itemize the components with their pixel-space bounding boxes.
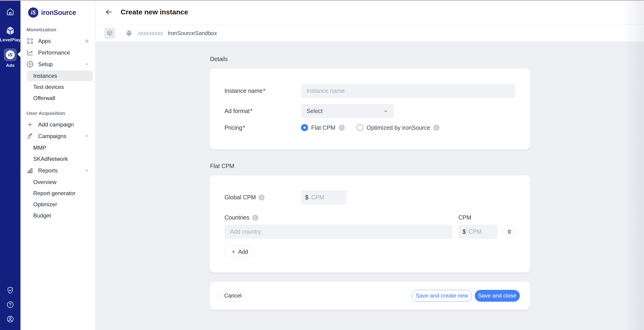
ironsource-wordmark: ironSource (41, 9, 76, 16)
sidebar-item-add-campaign[interactable]: Add campaign (20, 119, 95, 130)
chevron-down-icon (84, 61, 90, 67)
sidebar-item-label: Setup (38, 61, 53, 68)
sidebar-item-reports[interactable]: Reports (20, 165, 95, 176)
country-cpm-field[interactable] (468, 228, 493, 235)
rail-item-levelplay[interactable]: LevelPlay (0, 26, 21, 42)
global-cpm-field[interactable] (311, 194, 342, 201)
sidebar-item-budget[interactable]: Budget (27, 210, 93, 221)
sidebar-item-performance[interactable]: Performance (20, 47, 95, 58)
dollar-prefix: $ (463, 228, 466, 235)
sidebar-item-label: Apps (38, 38, 51, 44)
countries-header-row: Countries i CPM (224, 214, 515, 221)
save-and-create-new-button[interactable]: Save and create new (412, 290, 472, 302)
instance-name-input[interactable] (301, 84, 515, 98)
rail-levelplay-label: LevelPlay (0, 37, 21, 42)
sidebar-item-instances[interactable]: Instances (27, 71, 93, 81)
rail-item-ads[interactable]: iS Ads (4, 48, 16, 68)
pricing-option-optimized[interactable]: Optimized by ironSource i (356, 124, 440, 131)
sidebar-item-campaigns[interactable]: Campaigns (20, 130, 95, 142)
sidebar-item-label: Campaigns (38, 133, 66, 140)
rocket-icon (26, 133, 34, 140)
details-heading: Details (210, 56, 530, 62)
ad-format-select[interactable]: Select (301, 104, 394, 118)
radio-unselected-icon[interactable] (356, 124, 364, 131)
sidebar-item-mmp[interactable]: MMP (27, 143, 93, 153)
rail-bottom-icons (6, 286, 14, 323)
page-title: Create new instance (121, 8, 188, 16)
rail-item-account[interactable] (6, 315, 14, 323)
ads-active-tile: iS (4, 48, 16, 61)
dollar-prefix: $ (305, 194, 308, 201)
info-icon[interactable]: i (252, 215, 258, 221)
chevron-down-icon (84, 133, 90, 139)
save-and-close-button[interactable]: Save and close (475, 290, 520, 302)
sidebar-item-report-generator[interactable]: Report generator (27, 188, 93, 199)
bar-chart-icon (26, 167, 34, 174)
info-icon[interactable]: i (433, 125, 440, 131)
global-cpm-row: Global CPM i $ (224, 190, 515, 204)
pricing-row: Pricing* Flat CPM i Optimized by ironSou… (224, 124, 515, 131)
pricing-label: Pricing* (224, 124, 301, 131)
gear-icon (26, 61, 34, 68)
home-icon (6, 8, 14, 16)
flat-cpm-heading: Flat CPM (210, 163, 530, 169)
trash-icon (506, 229, 512, 235)
back-button[interactable] (105, 8, 113, 16)
pricing-option-label: Flat CPM (311, 124, 336, 131)
sidebar-item-overview[interactable]: Overview (27, 177, 93, 187)
main-area: Create new instance xxxxxxxxx IronSource… (96, 0, 644, 330)
ironsource-ads-icon: iS (6, 50, 15, 59)
sidebar-item-setup[interactable]: Setup (20, 58, 95, 70)
required-mark: * (243, 124, 245, 131)
form-content: Details Instance name* Ad format* Select (96, 42, 644, 330)
app-context-bar: xxxxxxxxx IronSourceSandbox (96, 24, 644, 42)
apps-icon (26, 38, 34, 44)
sidebar-item-optimizer[interactable]: Optimizer (27, 199, 93, 210)
add-country-input[interactable] (224, 225, 452, 239)
active-rail-notch (18, 51, 20, 57)
instance-name-row: Instance name* (224, 84, 515, 98)
info-icon[interactable]: i (339, 125, 345, 131)
rail-item-privacy[interactable] (6, 286, 14, 294)
sidebar-item-test-devices[interactable]: Test devices (27, 82, 93, 92)
ad-format-row: Ad format* Select (224, 104, 515, 118)
rail-ads-label: Ads (6, 63, 15, 68)
info-icon[interactable]: i (258, 194, 264, 200)
app-name: IronSourceSandbox (168, 30, 217, 36)
radio-selected-icon[interactable] (301, 124, 308, 131)
create-instance-page: LevelPlay iS Ads iS ironSource Mo (0, 0, 644, 330)
pricing-option-flat-cpm[interactable]: Flat CPM i (301, 124, 345, 131)
sidebar-item-offerwall[interactable]: Offerwall (27, 93, 93, 104)
shield-check-icon (6, 286, 14, 294)
android-icon (125, 29, 133, 37)
global-cpm-label: Global CPM (224, 194, 256, 201)
plus-icon (26, 121, 34, 128)
global-cpm-input[interactable]: $ (301, 190, 346, 204)
cube-icon (106, 30, 113, 37)
sidebar-item-skadnetwork[interactable]: SKAdNetwork (27, 154, 93, 164)
arrow-left-icon (105, 8, 113, 16)
app-thumbnail (104, 28, 115, 39)
required-mark: * (263, 87, 266, 94)
rail-item-help[interactable] (6, 301, 14, 309)
window-edge-strip (0, 0, 644, 1)
country-cpm-input[interactable]: $ (458, 225, 498, 239)
section-label-user-acquisition: User Acquisition (26, 111, 95, 116)
pricing-option-label: Optimized by ironSource (367, 124, 430, 131)
pricing-radio-group: Flat CPM i Optimized by ironSource i (301, 124, 440, 131)
add-country-row-button[interactable]: Add (224, 246, 254, 258)
ironsource-logo-icon: iS (28, 7, 38, 18)
cancel-button[interactable]: Cancel (220, 290, 246, 302)
delete-row-button[interactable] (504, 226, 515, 238)
add-app-plus-icon[interactable] (84, 38, 90, 44)
country-cpm-row: $ (224, 225, 515, 239)
sidebar-item-apps[interactable]: Apps (20, 35, 95, 47)
flat-cpm-card: Global CPM i $ Countries i CP (210, 175, 530, 272)
rail-item-home[interactable] (6, 8, 14, 16)
required-mark: * (250, 108, 252, 114)
help-icon (6, 301, 14, 309)
app-id-masked: xxxxxxxxx (138, 30, 163, 36)
ad-format-label: Ad format* (224, 108, 301, 114)
sidebar-item-label: Performance (38, 49, 70, 56)
plus-icon (231, 249, 236, 254)
